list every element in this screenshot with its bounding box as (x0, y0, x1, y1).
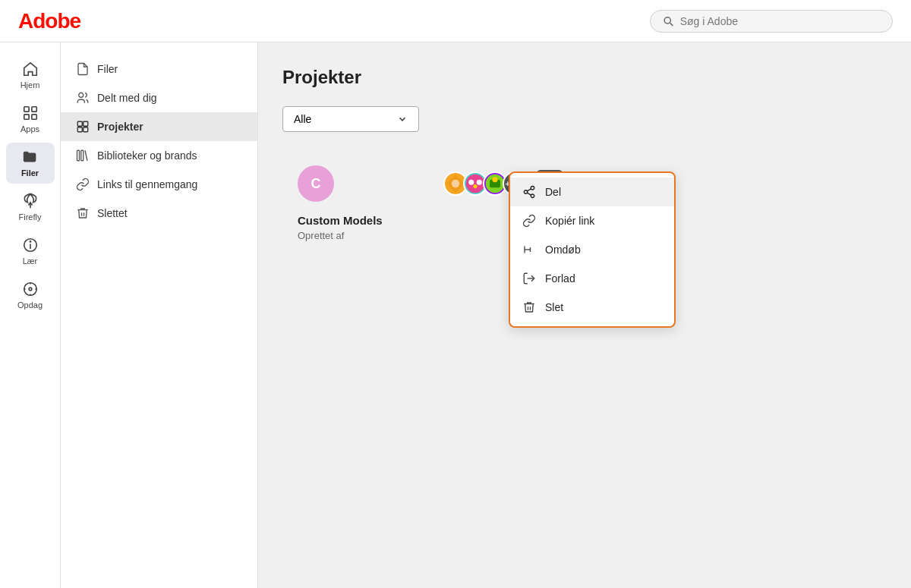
svg-point-25 (468, 180, 474, 185)
svg-rect-2 (24, 107, 28, 112)
menu-item-delt[interactable]: Delt med dig (61, 83, 257, 112)
discover-icon (22, 281, 39, 297)
svg-point-27 (473, 184, 477, 188)
home-icon (22, 61, 39, 77)
main-layout: Hjem Apps Filer (0, 42, 911, 588)
svg-rect-16 (77, 121, 82, 126)
menu-label-projekter: Projekter (97, 121, 143, 133)
svg-point-24 (466, 175, 485, 193)
icon-nav: Hjem Apps Filer (0, 42, 61, 588)
nav-label-apps: Apps (20, 124, 39, 134)
filter-label: Alle (294, 113, 311, 125)
svg-point-26 (477, 180, 482, 185)
topbar: Adobe (0, 0, 911, 42)
svg-line-34 (527, 193, 531, 195)
learn-icon (22, 237, 39, 253)
content-panel: Filer Delt med dig (61, 42, 911, 588)
menu-label-slettet: Slettet (97, 207, 128, 219)
svg-rect-18 (77, 127, 82, 132)
chevron-down-icon (397, 114, 408, 124)
firefly-icon (22, 193, 39, 209)
context-menu: Del Kopiér link O (509, 171, 676, 328)
leave-icon (522, 272, 536, 285)
sidebar-item-hjem[interactable]: Hjem (6, 55, 55, 96)
share-user-icon (76, 91, 90, 105)
svg-point-0 (664, 17, 670, 23)
sidebar-item-firefly[interactable]: Firefly (6, 187, 55, 228)
nav-label-hjem: Hjem (20, 80, 40, 90)
search-input[interactable] (680, 15, 880, 27)
menu-label-delt: Delt med dig (97, 92, 157, 104)
svg-rect-3 (31, 107, 36, 112)
context-label-kopier: Kopiér link (545, 215, 594, 227)
svg-line-1 (670, 23, 673, 26)
sidebar-item-laer[interactable]: Lær (6, 231, 55, 272)
svg-rect-4 (24, 115, 28, 119)
copy-link-icon (522, 214, 536, 228)
context-label-forlad: Forlad (545, 272, 575, 285)
share-icon (522, 185, 536, 199)
apps-icon (22, 105, 39, 121)
nav-label-laer: Lær (23, 256, 38, 266)
menu-label-biblioteker: Biblioteker og brands (97, 149, 197, 162)
page-title: Projekter (282, 67, 887, 88)
context-menu-item-forlad[interactable]: Forlad (510, 264, 674, 293)
menu-label-links: Links til gennemgang (97, 178, 197, 190)
svg-rect-17 (84, 121, 88, 126)
trash-ctx-icon (522, 300, 536, 314)
svg-rect-21 (81, 150, 84, 161)
nav-label-opdag: Opdag (17, 300, 43, 310)
menu-item-biblioteker[interactable]: Biblioteker og brands (61, 141, 257, 170)
svg-rect-5 (31, 115, 36, 119)
svg-point-15 (79, 93, 84, 97)
svg-rect-20 (77, 150, 80, 161)
context-menu-item-kopier[interactable]: Kopiér link (510, 206, 674, 235)
svg-point-31 (531, 187, 534, 190)
rename-icon (522, 243, 536, 256)
context-label-del: Del (545, 186, 561, 198)
nav-label-filer: Filer (21, 168, 39, 178)
filter-dropdown[interactable]: Alle (282, 106, 419, 132)
sidebar-item-apps[interactable]: Apps (6, 99, 55, 140)
card-avatar-letter: C (311, 176, 321, 192)
file-icon (76, 62, 90, 76)
main-content: Projekter Alle C (258, 42, 911, 588)
svg-point-33 (531, 194, 534, 198)
link-icon (76, 178, 90, 191)
context-label-omdoeb: Omdøb (545, 244, 581, 256)
sidebar-item-filer[interactable]: Filer (6, 143, 55, 184)
folder-icon (22, 149, 39, 165)
search-icon (663, 15, 674, 27)
context-menu-item-del[interactable]: Del (510, 178, 674, 206)
left-menu: Filer Delt med dig (61, 42, 258, 588)
svg-point-30 (493, 177, 498, 182)
nav-label-firefly: Firefly (19, 212, 42, 222)
svg-point-10 (29, 288, 32, 291)
menu-item-links[interactable]: Links til gennemgang (61, 170, 257, 199)
card-avatar: C (298, 165, 334, 202)
menu-item-filer[interactable]: Filer (61, 55, 257, 83)
svg-line-35 (527, 189, 531, 191)
svg-rect-19 (84, 127, 88, 132)
library-icon (76, 149, 90, 162)
svg-point-32 (524, 190, 528, 194)
sidebar-item-opdag[interactable]: Opdag (6, 275, 55, 316)
menu-label-filer: Filer (97, 63, 118, 75)
menu-item-projekter[interactable]: Projekter (61, 112, 257, 141)
search-bar[interactable] (650, 10, 893, 33)
context-label-slet: Slet (545, 301, 563, 313)
trash-icon (76, 206, 90, 220)
context-menu-item-omdoeb[interactable]: Omdøb (510, 235, 674, 264)
svg-point-9 (24, 283, 36, 296)
context-menu-item-slet[interactable]: Slet (510, 293, 674, 322)
projects-icon (76, 120, 90, 134)
menu-item-slettet[interactable]: Slettet (61, 199, 257, 228)
adobe-logo: Adobe (18, 9, 80, 33)
